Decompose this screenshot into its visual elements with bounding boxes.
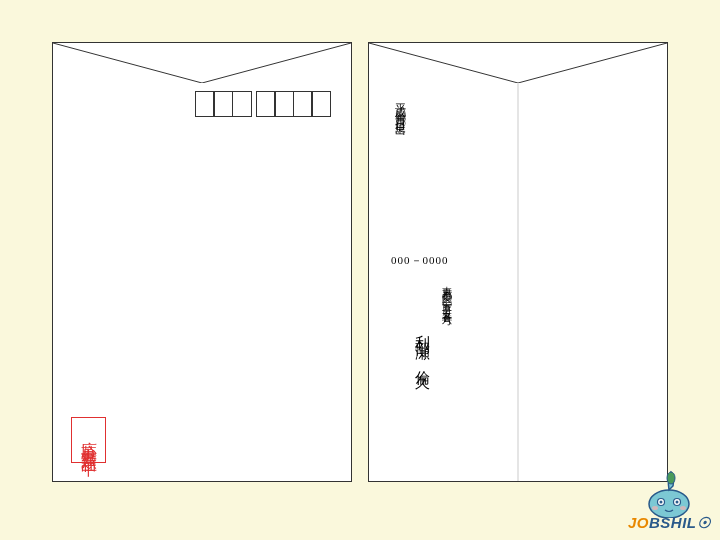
postal-box <box>274 91 294 117</box>
postal-box <box>311 91 331 117</box>
svg-point-1 <box>667 472 675 484</box>
logo-text-part2: BSHIL☉ <box>649 514 710 531</box>
submission-date: 平成〇〇年〇月〇日提出 <box>393 95 408 117</box>
postal-code-boxes <box>196 91 331 117</box>
svg-point-6 <box>652 506 658 510</box>
mascot-icon <box>639 466 699 518</box>
postal-box <box>256 91 276 117</box>
brand-logo: JOBSHIL☉ <box>628 466 710 532</box>
envelope-flap <box>53 43 351 83</box>
sender-address: 東京都〇〇区〇〇五丁目二五番六号 <box>439 278 453 310</box>
sender-postal-code: 000－0000 <box>391 253 449 268</box>
document-stamp: 応募書類在中 <box>71 417 106 463</box>
svg-point-7 <box>680 506 686 510</box>
logo-text-part1: JO <box>628 514 649 531</box>
envelope-front: 応募書類在中 <box>52 42 352 482</box>
envelope-fold-line <box>518 83 519 481</box>
svg-point-5 <box>675 501 678 504</box>
envelope-pair: 応募書類在中 平成〇〇年〇月〇日提出 000－0000 東京都〇〇区〇〇五丁目二… <box>0 0 720 482</box>
sender-name: 利部瀬 倫久 <box>413 323 432 368</box>
envelope-flap <box>369 43 667 83</box>
logo-text: JOBSHIL☉ <box>628 514 710 532</box>
envelope-back: 平成〇〇年〇月〇日提出 000－0000 東京都〇〇区〇〇五丁目二五番六号 利部… <box>368 42 668 482</box>
postal-box <box>195 91 215 117</box>
postal-box <box>232 91 252 117</box>
postal-box <box>213 91 233 117</box>
svg-point-3 <box>659 501 662 504</box>
postal-box <box>293 91 313 117</box>
